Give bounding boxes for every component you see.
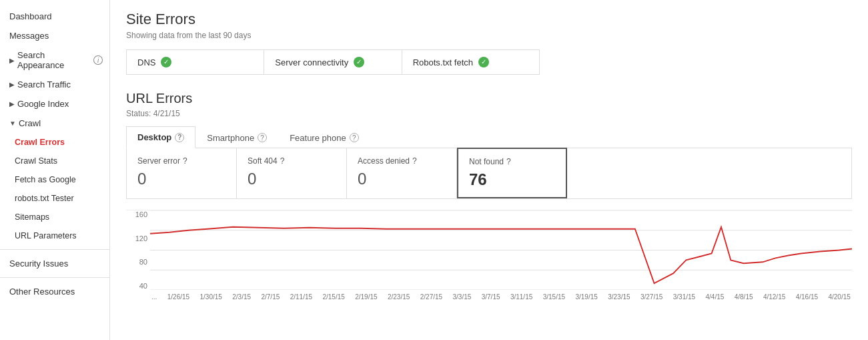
help-icon[interactable]: ? bbox=[258, 133, 267, 142]
sidebar-item-label: URL Parameters bbox=[15, 231, 77, 240]
chevron-right-icon: ▶ bbox=[9, 100, 15, 108]
sidebar: Dashboard Messages ▶ Search Appearance i… bbox=[0, 0, 110, 340]
sidebar-item-google-index[interactable]: ▶ Google Index bbox=[0, 94, 109, 114]
x-label: ... bbox=[151, 293, 157, 301]
site-errors-subtitle: Showing data from the last 90 days bbox=[126, 31, 852, 40]
x-label: 3/7/15 bbox=[482, 293, 500, 301]
sidebar-item-label: Crawl bbox=[19, 118, 41, 128]
sidebar-item-search-appearance[interactable]: ▶ Search Appearance i bbox=[0, 45, 109, 75]
sidebar-item-url-parameters[interactable]: URL Parameters bbox=[0, 226, 109, 245]
y-label-120: 120 bbox=[135, 234, 147, 242]
sidebar-item-fetch-as-google[interactable]: Fetch as Google bbox=[0, 170, 109, 189]
tab-feature-phone-label: Feature phone bbox=[290, 133, 346, 143]
sidebar-item-label: Search Traffic bbox=[17, 79, 71, 90]
chart-y-labels: 160 120 80 40 bbox=[126, 210, 150, 290]
x-label: 4/4/15 bbox=[706, 293, 725, 301]
dns-label: DNS bbox=[137, 57, 155, 67]
x-label: 4/16/15 bbox=[796, 293, 818, 301]
tab-desktop-label: Desktop bbox=[137, 132, 171, 142]
server-connectivity-check-icon: ✓ bbox=[354, 57, 364, 67]
chart-container: 160 120 80 40 ... 1/26/15 1/30/15 2/3/15 bbox=[126, 210, 852, 303]
tab-desktop[interactable]: Desktop ? bbox=[126, 126, 195, 148]
y-label-40: 40 bbox=[139, 282, 147, 290]
chart-area bbox=[150, 210, 852, 290]
x-label: 4/12/15 bbox=[763, 293, 785, 301]
sidebar-item-label: Search Appearance bbox=[17, 50, 91, 70]
sidebar-item-label: Security Issues bbox=[9, 259, 68, 269]
help-icon[interactable]: ? bbox=[183, 156, 187, 166]
y-label-160: 160 bbox=[135, 210, 147, 218]
x-label: 2/3/15 bbox=[232, 293, 251, 301]
help-icon[interactable]: ? bbox=[506, 157, 511, 166]
x-label: 2/23/15 bbox=[388, 293, 410, 301]
dns-check-icon: ✓ bbox=[161, 57, 171, 67]
sidebar-item-security-issues[interactable]: Security Issues bbox=[0, 254, 109, 273]
tab-smartphone-label: Smartphone bbox=[207, 133, 254, 143]
divider bbox=[0, 249, 109, 250]
sidebar-item-sitemaps[interactable]: Sitemaps bbox=[0, 208, 109, 226]
x-label: 2/27/15 bbox=[420, 293, 442, 301]
sidebar-item-label: Fetch as Google bbox=[15, 175, 76, 184]
help-icon[interactable]: ? bbox=[280, 156, 285, 166]
sidebar-item-dashboard[interactable]: Dashboard bbox=[0, 7, 109, 26]
chevron-right-icon: ▶ bbox=[9, 57, 15, 64]
tab-smartphone[interactable]: Smartphone ? bbox=[195, 126, 278, 148]
server-connectivity-box: Server connectivity ✓ bbox=[264, 50, 402, 74]
sidebar-item-other-resources[interactable]: Other Resources bbox=[0, 282, 109, 301]
metric-soft-404[interactable]: Soft 404 ? 0 bbox=[237, 148, 347, 198]
sidebar-item-label: Crawl Errors bbox=[15, 138, 65, 147]
help-icon[interactable]: ? bbox=[412, 156, 417, 166]
x-label: 3/3/15 bbox=[453, 293, 472, 301]
divider bbox=[0, 277, 109, 278]
page-title: Site Errors bbox=[126, 11, 852, 28]
sidebar-item-label: Dashboard bbox=[9, 11, 52, 21]
robots-txt-box: Robots.txt fetch ✓ bbox=[402, 50, 539, 74]
x-label: 3/23/15 bbox=[608, 293, 630, 301]
server-connectivity-label: Server connectivity bbox=[275, 57, 348, 67]
dns-box: DNS ✓ bbox=[127, 50, 264, 74]
chart-x-labels: ... 1/26/15 1/30/15 2/3/15 2/7/15 2/11/1… bbox=[150, 290, 852, 303]
y-label-80: 80 bbox=[139, 258, 147, 266]
x-label: 2/19/15 bbox=[355, 293, 377, 301]
x-label: 1/30/15 bbox=[200, 293, 222, 301]
x-label: 2/11/15 bbox=[290, 293, 312, 301]
x-label: 3/31/15 bbox=[673, 293, 695, 301]
chart-svg bbox=[150, 210, 852, 290]
x-label: 3/11/15 bbox=[510, 293, 532, 301]
sidebar-item-crawl-errors[interactable]: Crawl Errors bbox=[0, 133, 109, 152]
metric-access-denied-label: Access denied ? bbox=[358, 156, 446, 166]
help-icon[interactable]: ? bbox=[350, 133, 359, 142]
metrics-row: Server error ? 0 Soft 404 ? 0 Access den… bbox=[126, 148, 852, 199]
sidebar-item-messages[interactable]: Messages bbox=[0, 26, 109, 45]
help-icon[interactable]: ? bbox=[175, 133, 184, 142]
x-label: 3/19/15 bbox=[575, 293, 597, 301]
site-errors-row: DNS ✓ Server connectivity ✓ Robots.txt f… bbox=[126, 49, 540, 75]
x-label: 3/15/15 bbox=[543, 293, 565, 301]
x-label: 4/20/15 bbox=[828, 293, 850, 301]
info-icon[interactable]: i bbox=[93, 55, 103, 65]
metric-not-found[interactable]: Not found ? 76 bbox=[457, 148, 567, 198]
metric-server-error[interactable]: Server error ? 0 bbox=[127, 148, 237, 198]
url-errors-status: Status: 4/21/15 bbox=[126, 109, 852, 118]
sidebar-item-label: Messages bbox=[9, 31, 49, 41]
metric-not-found-label: Not found ? bbox=[469, 157, 555, 166]
robots-txt-label: Robots.txt fetch bbox=[413, 57, 473, 67]
sidebar-item-search-traffic[interactable]: ▶ Search Traffic bbox=[0, 75, 109, 94]
metric-not-found-value: 76 bbox=[469, 170, 555, 189]
x-label: 2/15/15 bbox=[322, 293, 344, 301]
main-content: Site Errors Showing data from the last 9… bbox=[110, 0, 868, 340]
sidebar-item-robots-txt-tester[interactable]: robots.txt Tester bbox=[0, 189, 109, 208]
url-errors-tabs: Desktop ? Smartphone ? Feature phone ? bbox=[126, 126, 852, 148]
metric-access-denied[interactable]: Access denied ? 0 bbox=[347, 148, 457, 198]
chevron-down-icon: ▼ bbox=[9, 120, 16, 127]
x-label: 4/8/15 bbox=[735, 293, 753, 301]
url-errors-title: URL Errors bbox=[126, 91, 852, 106]
tab-feature-phone[interactable]: Feature phone ? bbox=[278, 126, 370, 148]
metric-soft-404-value: 0 bbox=[248, 170, 336, 188]
sidebar-item-label: robots.txt Tester bbox=[15, 194, 74, 203]
x-label: 2/7/15 bbox=[261, 293, 280, 301]
sidebar-item-crawl-stats[interactable]: Crawl Stats bbox=[0, 152, 109, 170]
sidebar-item-label: Crawl Stats bbox=[15, 156, 57, 166]
chevron-right-icon: ▶ bbox=[9, 81, 15, 88]
sidebar-item-crawl[interactable]: ▼ Crawl bbox=[0, 114, 109, 133]
